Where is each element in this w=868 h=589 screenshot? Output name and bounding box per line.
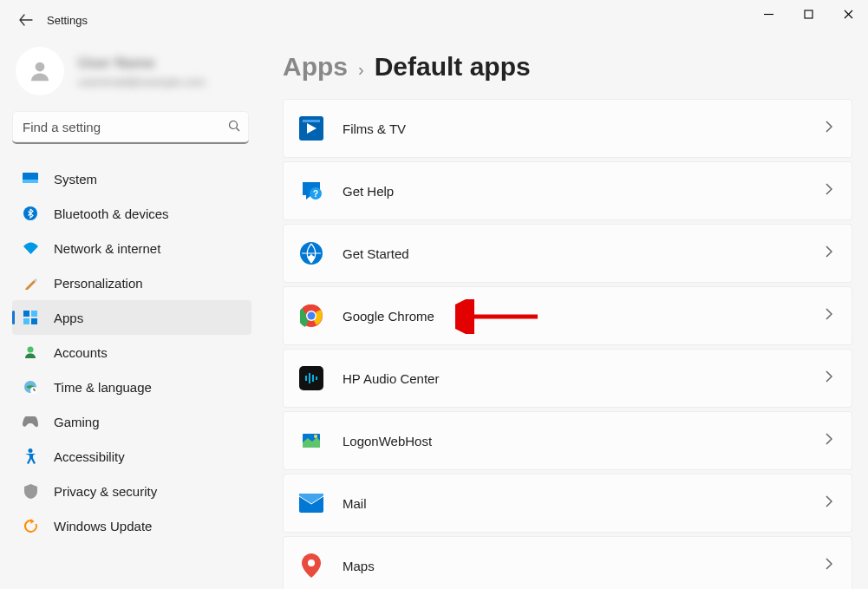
- svg-rect-6: [23, 311, 29, 317]
- privacy-icon: [23, 483, 38, 499]
- sidebar-item-label: Time & language: [54, 380, 152, 395]
- app-name: HP Audio Center: [343, 371, 826, 386]
- gaming-icon: [23, 414, 38, 429]
- app-name: Google Chrome: [343, 309, 826, 324]
- profile-email: useremail@example.com: [78, 75, 206, 88]
- sidebar-item-label: Bluetooth & devices: [54, 206, 169, 221]
- svg-rect-9: [31, 318, 37, 324]
- sidebar-item-update[interactable]: Windows Update: [12, 508, 251, 543]
- get-started-icon: [299, 241, 323, 265]
- sidebar-item-label: Personalization: [54, 276, 143, 291]
- svg-point-1: [36, 62, 45, 72]
- svg-rect-25: [316, 376, 317, 380]
- sidebar-item-accounts[interactable]: Accounts: [12, 335, 251, 370]
- app-row-films-tv[interactable]: Films & TV: [283, 99, 852, 158]
- apps-icon: [23, 310, 38, 325]
- app-name: LogonWebHost: [343, 434, 826, 448]
- svg-point-21: [308, 312, 316, 320]
- close-button[interactable]: [828, 0, 868, 28]
- sidebar-item-label: Apps: [54, 311, 83, 325]
- app-name: Get Help: [343, 184, 826, 199]
- svg-rect-24: [312, 375, 314, 382]
- app-row-maps[interactable]: Maps: [283, 536, 852, 589]
- svg-point-27: [314, 435, 317, 438]
- chevron-right-icon: [826, 308, 832, 324]
- svg-point-29: [308, 560, 315, 566]
- update-icon: [23, 518, 38, 533]
- chevron-right-icon: [826, 121, 832, 136]
- system-icon: [23, 171, 38, 187]
- app-name: Mail: [343, 496, 826, 511]
- app-row-google-chrome[interactable]: Google Chrome: [283, 286, 852, 345]
- svg-rect-8: [23, 318, 29, 324]
- personalization-icon: [23, 275, 38, 291]
- get-help-icon: ?: [299, 179, 323, 203]
- svg-rect-0: [805, 10, 813, 18]
- sidebar-item-label: Network & internet: [54, 241, 160, 256]
- chevron-right-icon: ›: [358, 60, 364, 80]
- app-row-mail[interactable]: Mail: [283, 474, 852, 533]
- time-icon: [23, 379, 38, 395]
- svg-rect-7: [31, 311, 37, 317]
- sidebar-item-label: Gaming: [54, 415, 100, 429]
- accounts-icon: [23, 344, 38, 360]
- minimize-button[interactable]: [748, 0, 788, 28]
- sidebar-item-network[interactable]: Network & internet: [12, 231, 251, 265]
- svg-point-10: [28, 347, 34, 353]
- sidebar-item-label: System: [54, 172, 97, 187]
- app-row-get-help[interactable]: ? Get Help: [283, 161, 852, 220]
- sidebar-item-system[interactable]: System: [12, 161, 251, 196]
- svg-point-13: [29, 448, 33, 453]
- chevron-right-icon: [826, 495, 832, 511]
- back-button[interactable]: [17, 11, 35, 29]
- accessibility-icon: [23, 448, 38, 464]
- breadcrumb-parent[interactable]: Apps: [283, 52, 348, 82]
- bluetooth-icon: [23, 206, 38, 221]
- sidebar-item-personalization[interactable]: Personalization: [12, 265, 251, 300]
- breadcrumb-current: Default apps: [375, 52, 531, 82]
- app-name: Get Started: [343, 246, 826, 261]
- avatar: [16, 47, 64, 95]
- chevron-right-icon: [826, 183, 832, 199]
- svg-rect-15: [303, 120, 320, 122]
- svg-point-2: [230, 121, 238, 129]
- sidebar-item-label: Accessibility: [54, 449, 125, 464]
- chevron-right-icon: [826, 370, 832, 386]
- search-input[interactable]: [12, 111, 249, 144]
- sidebar: User Name useremail@example.com System B…: [0, 40, 262, 589]
- main-content: Apps › Default apps Films & TV ? Get Hel…: [262, 40, 868, 589]
- svg-rect-23: [309, 373, 310, 383]
- sidebar-item-bluetooth[interactable]: Bluetooth & devices: [12, 196, 251, 231]
- svg-text:?: ?: [313, 189, 318, 199]
- chrome-icon: [299, 304, 323, 328]
- chevron-right-icon: [826, 558, 832, 573]
- maximize-button[interactable]: [788, 0, 828, 28]
- titlebar: Settings: [0, 0, 868, 40]
- search-icon: [228, 120, 240, 135]
- app-name: Films & TV: [343, 121, 826, 136]
- app-row-logonwebhost[interactable]: LogonWebHost: [283, 411, 852, 470]
- sidebar-item-apps[interactable]: Apps: [12, 300, 251, 335]
- chevron-right-icon: [826, 433, 832, 448]
- app-name: Maps: [343, 559, 826, 573]
- mail-icon: [299, 491, 323, 515]
- maps-icon: [299, 553, 323, 578]
- films-tv-icon: [299, 116, 323, 141]
- app-row-get-started[interactable]: Get Started: [283, 224, 852, 283]
- hp-audio-icon: [299, 366, 323, 390]
- chevron-right-icon: [826, 245, 832, 261]
- sidebar-item-label: Windows Update: [54, 519, 152, 533]
- sidebar-item-gaming[interactable]: Gaming: [12, 404, 251, 439]
- sidebar-item-accessibility[interactable]: Accessibility: [12, 439, 251, 474]
- sidebar-item-label: Accounts: [54, 345, 108, 360]
- profile-section[interactable]: User Name useremail@example.com: [12, 47, 262, 95]
- breadcrumb: Apps › Default apps: [283, 52, 852, 82]
- app-row-hp-audio[interactable]: HP Audio Center: [283, 349, 852, 408]
- sidebar-item-privacy[interactable]: Privacy & security: [12, 474, 251, 508]
- window-title: Settings: [47, 14, 88, 27]
- sidebar-item-label: Privacy & security: [54, 484, 157, 499]
- default-apps-list: Films & TV ? Get Help Get Started Google…: [283, 99, 852, 589]
- window-controls: [748, 0, 868, 28]
- sidebar-item-time-language[interactable]: Time & language: [12, 370, 251, 404]
- network-icon: [23, 240, 38, 256]
